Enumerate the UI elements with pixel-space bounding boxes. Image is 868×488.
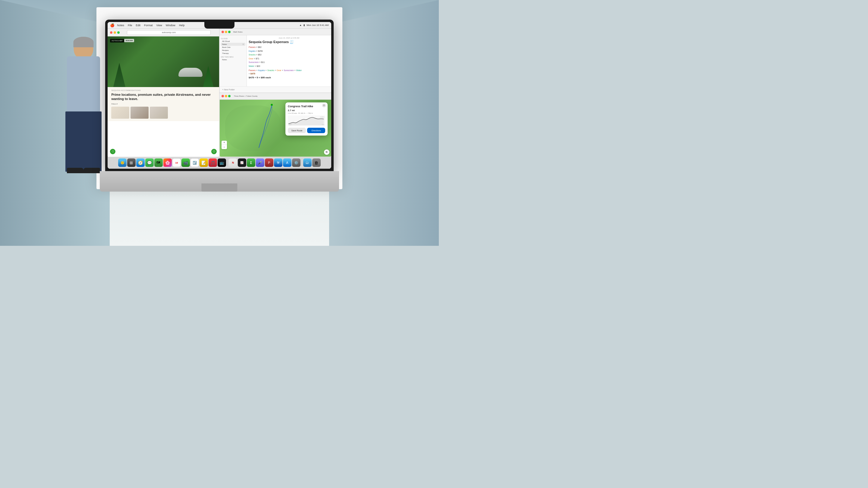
thumb-2[interactable] xyxy=(130,107,149,119)
window-maximize[interactable] xyxy=(117,31,120,34)
popup-close-btn[interactable]: ✕ xyxy=(322,104,326,107)
map-compass[interactable]: N xyxy=(324,150,330,155)
directions-btn[interactable]: Directions xyxy=(307,128,325,133)
menu-format[interactable]: Format xyxy=(144,24,153,27)
dock-notes[interactable]: 📝 xyxy=(199,158,208,167)
person-shoe-left xyxy=(67,168,84,173)
notes-item-passes: Passes = $62 xyxy=(249,46,330,49)
dock-keynote[interactable]: 🎤 xyxy=(256,158,264,167)
notes-window[interactable]: Math Notes Cloud All iCloud Notes 21 xyxy=(220,29,331,92)
maps-maximize[interactable] xyxy=(228,95,230,97)
trail-name: Congress Trail Hike xyxy=(288,105,325,108)
svg-text:🙂: 🙂 xyxy=(121,161,124,165)
safari-share-icon[interactable]: ⬡ xyxy=(110,149,116,154)
laptop-screen-outer: 🍎 Notes File Edit Format View Window Hel… xyxy=(105,20,333,171)
notes-close[interactable] xyxy=(221,31,224,33)
notes-item-sunscreen: Sunscreen = $11 xyxy=(249,61,330,64)
hero-overlay xyxy=(107,36,219,87)
window-minimize[interactable] xyxy=(114,31,116,34)
person-hair xyxy=(73,37,93,47)
dock-photos[interactable]: 🌸 xyxy=(163,158,172,167)
safari-filters[interactable]: Filters ▾ xyxy=(111,103,216,105)
laptop-screen[interactable]: 🍎 Notes File Edit Format View Window Hel… xyxy=(107,22,331,169)
dock-launchpad[interactable]: ⊞ xyxy=(127,158,135,167)
maps-breadcrumb: Three Rivers > Tulare County xyxy=(234,95,258,97)
dock-reminders[interactable]: ☑️ xyxy=(190,158,199,167)
zoom-in-btn[interactable]: + xyxy=(221,141,227,145)
notes-maximize[interactable] xyxy=(228,31,230,33)
dock-news[interactable]: N xyxy=(229,158,237,167)
notes-minimize[interactable] xyxy=(225,31,227,33)
apple-menu[interactable]: 🍎 xyxy=(110,23,115,27)
map-terrain xyxy=(225,105,281,151)
wifi-icon: ▲ xyxy=(299,24,302,27)
safari-subtitle: SEQUOIA ACCOMMODATIONS xyxy=(111,90,216,91)
dock-trash[interactable]: 🗑 xyxy=(312,158,321,167)
trail-popup: ✕ Congress Trail Hike 2.7 mi 1 hr 23 min… xyxy=(285,102,328,135)
snacks-label: Snacks xyxy=(249,54,255,56)
notes-doc-date: June 10, 2024 at 9:45 AM xyxy=(249,37,330,39)
map-zoom: + − xyxy=(221,141,227,149)
menubar: 🍎 Notes File Edit Format View Window Hel… xyxy=(107,22,331,29)
dock-tv[interactable]: 📺 xyxy=(218,158,226,167)
thumb-3[interactable] xyxy=(150,107,168,119)
thumb-1[interactable] xyxy=(111,107,129,119)
dock-finder[interactable]: 🙂 xyxy=(118,158,127,167)
menu-notes[interactable]: Notes xyxy=(117,24,124,27)
dock-pages[interactable]: P xyxy=(265,158,273,167)
dock-numbers[interactable]: Σ xyxy=(247,158,255,167)
maps-minimize[interactable] xyxy=(225,95,227,97)
macos-desktop: 🍎 Notes File Edit Format View Window Hel… xyxy=(107,22,331,169)
map-background[interactable]: ✕ Congress Trail Hike 2.7 mi 1 hr 23 min… xyxy=(220,100,331,157)
safari-headline: Prime locations, premium suites, private… xyxy=(111,93,216,101)
dock-calendar[interactable]: 10 xyxy=(173,158,181,167)
maps-content: ✕ Congress Trail Hike 2.7 mi 1 hr 23 min… xyxy=(220,100,331,157)
dock-messages[interactable]: 💬 xyxy=(145,158,154,167)
notes-new-folder[interactable]: + New Folder xyxy=(220,87,331,93)
notes-book-club[interactable]: Book Club xyxy=(221,46,245,49)
dock-facetime[interactable]: 📹 xyxy=(181,158,190,167)
dock: 🙂 ⊞ 🧭 💬 🗺 🌸 xyxy=(107,157,331,169)
menu-file[interactable]: File xyxy=(128,24,132,27)
person-legs xyxy=(65,111,101,172)
url-text: autocamp.com xyxy=(162,31,176,33)
menu-help[interactable]: Help xyxy=(179,24,185,27)
safari-hero: AUTOCAMP BOOK NOW xyxy=(107,36,219,87)
dock-system[interactable]: ⚙️ xyxy=(292,158,301,167)
elevation-time-labels: Start 5 mi xyxy=(289,124,324,125)
kayaks-label: Kayaks xyxy=(249,50,255,52)
menu-window[interactable]: Window xyxy=(166,24,176,27)
dock-safari[interactable]: 🧭 xyxy=(136,158,145,167)
safari-window[interactable]: autocamp.com AUTOCAMP BOOK NOW xyxy=(107,29,219,157)
safari-text-area: SEQUOIA ACCOMMODATIONS Prime locations, … xyxy=(107,87,219,121)
notes-therapy[interactable]: Therapy xyxy=(221,52,245,55)
maps-close[interactable] xyxy=(221,95,224,97)
notes-content: Cloud All iCloud Notes 21 Book Club xyxy=(220,35,331,86)
notes-onmac-notes[interactable]: Notes xyxy=(221,58,245,61)
dock-music[interactable]: 🎵 xyxy=(209,158,217,167)
elevation-chart: 6,000 ft Start 5 mi xyxy=(288,116,325,126)
zoom-out-btn[interactable]: − xyxy=(221,145,227,149)
save-route-btn[interactable]: Save Route xyxy=(288,128,306,133)
notes-result: $475 ÷ 5 = $95 each xyxy=(249,76,330,79)
window-close[interactable] xyxy=(110,31,113,34)
laptop-base xyxy=(100,171,339,192)
menu-view[interactable]: View xyxy=(156,24,162,27)
notes-notes-item[interactable]: Notes 21 xyxy=(221,43,245,46)
safari-url-bar[interactable]: autocamp.com xyxy=(127,30,211,35)
safari-info-icon[interactable]: ⓘ xyxy=(211,149,217,154)
dock-stocks[interactable]: 📈 xyxy=(238,158,246,167)
menu-edit[interactable]: Edit xyxy=(135,24,141,27)
dock-xcode[interactable]: ⚒ xyxy=(274,158,282,167)
notes-body: Passes = $62 Kayaks = $259 Snacks = $52 xyxy=(249,46,330,79)
safari-titlebar: autocamp.com xyxy=(107,29,219,36)
maps-window[interactable]: Three Rivers > Tulare County xyxy=(220,93,331,157)
person-body xyxy=(67,56,100,113)
notes-recipes[interactable]: Recipes xyxy=(221,49,245,52)
notes-all-icloud[interactable]: All iCloud xyxy=(221,40,245,43)
dock-files[interactable]: 🗂 xyxy=(303,158,312,167)
dock-appstore[interactable]: A xyxy=(283,158,291,167)
notes-formula: Passes + Kayaks + Snacks + Gear + Sunscr… xyxy=(249,69,330,75)
dock-maps[interactable]: 🗺 xyxy=(154,158,163,167)
notch xyxy=(204,22,235,29)
